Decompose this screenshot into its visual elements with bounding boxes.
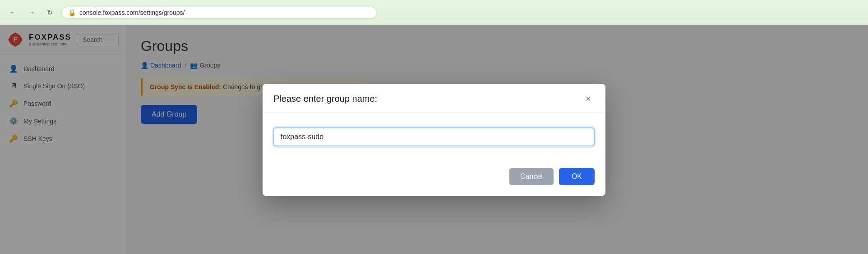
app-layout: F FOXPASS a splashtop company 👤 Dashboar… (0, 25, 868, 254)
modal-overlay: Please enter group name: × Cancel OK (0, 25, 868, 254)
site-icon: 🔒 (68, 9, 76, 16)
address-bar[interactable]: 🔒 console.foxpass.com/settings/groups/ (61, 7, 377, 18)
modal-body (263, 113, 605, 161)
modal-dialog: Please enter group name: × Cancel OK (263, 84, 605, 196)
browser-chrome: ← → ↻ 🔒 console.foxpass.com/settings/gro… (0, 0, 868, 25)
forward-button[interactable]: → (25, 6, 38, 19)
url-text: console.foxpass.com/settings/groups/ (79, 9, 185, 16)
reload-button[interactable]: ↻ (43, 6, 56, 19)
ok-button[interactable]: OK (559, 168, 595, 185)
cancel-button[interactable]: Cancel (509, 168, 554, 185)
modal-close-button[interactable]: × (582, 93, 595, 105)
modal-header: Please enter group name: × (263, 84, 605, 113)
modal-title: Please enter group name: (273, 94, 377, 104)
modal-footer: Cancel OK (263, 161, 605, 196)
group-name-input[interactable] (273, 127, 595, 146)
back-button[interactable]: ← (7, 6, 20, 19)
